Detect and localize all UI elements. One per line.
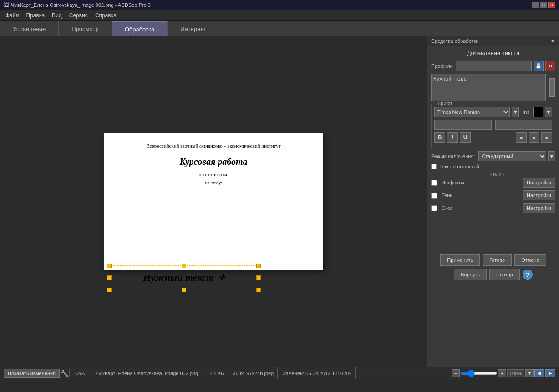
title-bar-controls[interactable]: _ □ ✕ xyxy=(532,2,555,8)
font-dropdown-btn[interactable]: ▼ xyxy=(512,107,519,117)
panel-header-title: Средства обработки xyxy=(431,38,479,44)
effects-settings-btn[interactable]: Настройки xyxy=(523,178,555,188)
or-label: - или - xyxy=(431,171,555,177)
callout-section: Текст с выноской - или - xyxy=(431,164,555,177)
opacity-input[interactable]: Непрозрачность = 1 xyxy=(495,120,553,130)
color-dropdown-btn[interactable]: ▼ xyxy=(545,107,552,117)
app-icon: 🖼 xyxy=(4,2,9,8)
font-color-swatch[interactable] xyxy=(533,107,543,117)
zoom-slider[interactable] xyxy=(461,372,497,375)
nav-tabs: Управление Просмотр Обработка Интернет xyxy=(0,21,559,36)
italic-btn[interactable]: I xyxy=(447,132,458,143)
effects-checkbox[interactable] xyxy=(431,180,437,186)
font-name-select[interactable]: Times New Roman xyxy=(434,107,510,117)
shadow-label: Тень xyxy=(442,193,521,198)
menu-file[interactable]: Файл xyxy=(2,11,23,20)
font-section: Шрифт Times New Roman ▼ Ins ▼ Размер = 2… xyxy=(431,104,555,148)
panel-header: Средства обработки ▼ xyxy=(427,36,559,46)
modified-status: Изменен: 05.04.2012 13:26:04 xyxy=(279,367,356,379)
handle-top-mid[interactable] xyxy=(182,264,186,268)
handle-mid-right[interactable] xyxy=(256,275,261,280)
font-section-label: Шрифт xyxy=(434,101,454,106)
profiles-input[interactable] xyxy=(456,61,532,71)
tab-internet[interactable]: Интернет xyxy=(168,21,219,36)
shadow-checkbox[interactable] xyxy=(431,193,437,199)
callout-checkbox[interactable] xyxy=(431,164,437,169)
apply-button[interactable]: Применить xyxy=(440,254,480,266)
undo-redo-row: Вернуть Повтор ? xyxy=(431,269,555,280)
title-bar-left: 🖼 ЧужКарт_Елена Ostrovskaya_Image 002.pn… xyxy=(4,2,151,8)
handle-mid-left[interactable] xyxy=(107,275,112,280)
menu-help[interactable]: Справка xyxy=(91,11,120,20)
panel-content: Добавление текста Профили 💾 ✕ Нужный тек… xyxy=(427,46,559,367)
cancel-button[interactable]: Отмена xyxy=(514,254,546,266)
blend-mode-label: Режим наложения: xyxy=(431,153,475,159)
subject-text: по статистике xyxy=(118,172,309,177)
move-icon: ✛ xyxy=(218,273,225,283)
filename-status: ЧужКарт_Елена Ostrovskaya_Image 002.png xyxy=(92,367,203,379)
show-changes-btn[interactable]: Показать изменения xyxy=(4,369,60,378)
text-overlay[interactable]: Нужный текст ✛ xyxy=(109,265,259,290)
text-scrollbar[interactable] xyxy=(549,78,555,97)
font-name-row: Times New Roman ▼ Ins ▼ xyxy=(434,107,552,117)
handle-bot-left[interactable] xyxy=(107,288,112,292)
tab-process[interactable]: Обработка xyxy=(112,21,168,36)
maximize-button[interactable]: □ xyxy=(540,2,547,8)
skew-settings-btn[interactable]: Настройки xyxy=(523,203,555,213)
bold-btn[interactable]: B xyxy=(434,132,445,143)
profiles-save-btn[interactable]: 💾 xyxy=(534,61,544,71)
handle-bot-mid[interactable] xyxy=(182,288,186,292)
profiles-label: Профили xyxy=(431,63,454,69)
zoom-dropdown-btn[interactable]: ▼ xyxy=(525,369,534,377)
undo-button[interactable]: Вернуть xyxy=(454,269,487,280)
help-button[interactable]: ? xyxy=(523,270,533,280)
handle-top-left[interactable] xyxy=(107,264,112,268)
divider-1 xyxy=(69,369,70,377)
align-right-btn[interactable]: ≡ xyxy=(541,132,552,143)
add-text-title: Добавление текста xyxy=(431,50,555,56)
theme-label-text: на тему: xyxy=(118,180,309,185)
profiles-row: Профили 💾 ✕ xyxy=(431,61,555,71)
text-input-area[interactable]: Нужный текст xyxy=(431,74,546,101)
menu-view[interactable]: Вид xyxy=(48,11,66,20)
panel-dropdown-icon[interactable]: ▼ xyxy=(550,38,555,44)
effects-row: Эффекты Настройки xyxy=(431,178,555,188)
zoom-in-btn[interactable]: + xyxy=(498,369,506,377)
document-container: Всероссийский заочный финансово – эконом… xyxy=(104,133,323,270)
shadow-row: Тень Настройки xyxy=(431,190,555,200)
next-nav-btn[interactable]: ▶ xyxy=(545,369,555,377)
align-left-btn[interactable]: ≡ xyxy=(516,132,527,143)
redo-button[interactable]: Повтор xyxy=(489,269,520,280)
tab-manage[interactable]: Управление xyxy=(0,21,59,36)
right-panel: Средства обработки ▼ Добавление текста П… xyxy=(427,36,559,367)
action-buttons-row: Применить Готово Отмена xyxy=(431,254,555,266)
effects-label: Эффекты xyxy=(442,180,521,185)
blend-mode-select[interactable]: Стандартный xyxy=(478,151,546,161)
menu-edit[interactable]: Правка xyxy=(23,11,49,20)
shadow-settings-btn[interactable]: Настройки xyxy=(523,190,555,200)
font-size-input[interactable]: Размер = 20 xyxy=(434,120,492,130)
text-area-row: Нужный текст xyxy=(431,74,555,101)
university-text: Всероссийский заочный финансово – эконом… xyxy=(118,143,309,149)
tab-view[interactable]: Просмотр xyxy=(59,21,112,36)
underline-btn[interactable]: U xyxy=(460,132,471,143)
close-button[interactable]: ✕ xyxy=(548,2,555,8)
prev-nav-btn[interactable]: ◀ xyxy=(534,369,544,377)
callout-label: Текст с выноской xyxy=(439,164,479,169)
profiles-delete-btn[interactable]: ✕ xyxy=(545,61,555,71)
window-title: ЧужКарт_Елена Ostrovskaya_Image 002.png … xyxy=(11,2,151,8)
blend-dropdown-btn[interactable]: ▼ xyxy=(548,151,555,161)
zoom-out-btn[interactable]: − xyxy=(452,369,460,377)
done-button[interactable]: Готово xyxy=(483,254,512,266)
minimize-button[interactable]: _ xyxy=(532,2,539,8)
skew-checkbox[interactable] xyxy=(431,205,437,211)
changes-icon: 🔧 xyxy=(61,370,68,377)
size-opacity-row: Размер = 20 Непрозрачность = 1 xyxy=(434,120,552,130)
overlay-text-content[interactable]: Нужный текст ✛ xyxy=(109,266,259,290)
handle-bot-right[interactable] xyxy=(256,288,261,292)
align-center-btn[interactable]: ≡ xyxy=(529,132,539,143)
menu-service[interactable]: Сервис xyxy=(66,11,91,20)
dimensions-status: 368x197x24b jpeg xyxy=(229,367,278,379)
filesize-status: 12,8 КБ xyxy=(203,367,228,379)
handle-top-right[interactable] xyxy=(256,264,261,268)
